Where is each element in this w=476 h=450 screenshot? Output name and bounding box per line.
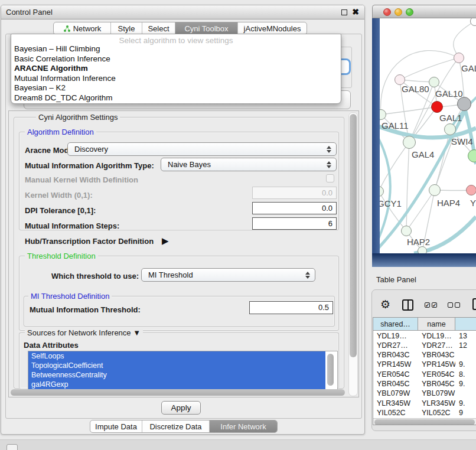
checked-checkbox-icon[interactable]: ✓ <box>425 302 430 308</box>
table-cell[interactable]: 12 <box>455 341 476 350</box>
sources-title: Sources for Network Inference ▼ <box>25 328 143 337</box>
tab-style[interactable]: Style <box>111 22 142 34</box>
popup-item[interactable]: Bayesian – Hill Climbing <box>11 44 341 54</box>
list-item[interactable]: TopologicalCoefficient <box>28 361 325 370</box>
bottom-left-widget-fragment[interactable] <box>6 444 18 450</box>
list-item[interactable]: gal4RGexp <box>28 380 325 389</box>
table-cell[interactable]: YBL079W <box>418 389 455 398</box>
control-panel-titlebar[interactable]: Control Panel ✖ <box>1 5 364 19</box>
table-cell[interactable]: YIL052C <box>373 408 418 418</box>
tab-network[interactable]: Network <box>54 22 111 34</box>
table-cell[interactable]: YLR345W <box>373 399 418 408</box>
network-window-frame <box>372 18 380 267</box>
popup-item[interactable]: Dream8 DC_TDC Algorithm <box>11 93 341 103</box>
node-GAL10[interactable] <box>429 77 439 87</box>
table-cell[interactable]: YBL079W <box>373 389 418 398</box>
manual-kernel-checkbox[interactable] <box>326 174 334 182</box>
tab-label: Network <box>73 24 102 33</box>
table-cell[interactable]: 8. <box>455 370 476 379</box>
node-GAL1[interactable] <box>431 101 443 113</box>
table-cell[interactable]: 13 <box>455 331 476 341</box>
table-cell[interactable]: YDR27… <box>418 341 455 350</box>
table-cell[interactable]: 9 <box>455 408 476 418</box>
gear-icon[interactable]: ⚙ <box>380 298 390 311</box>
node-SWI4[interactable] <box>444 123 456 135</box>
tab-cyni-toolbox[interactable]: Cyni Toolbox <box>175 22 238 34</box>
which-threshold-value: MI Threshold <box>148 270 193 279</box>
node-HAP2[interactable] <box>401 226 412 236</box>
mi-threshold-label: Mutual Information Threshold: <box>30 305 141 314</box>
float-window-icon[interactable] <box>341 9 347 15</box>
node-GAL4[interactable] <box>403 136 416 149</box>
window-title: Control Panel <box>6 8 53 17</box>
settings-hscrollbar-thumb[interactable] <box>11 389 345 396</box>
table-cell[interactable]: 9. <box>455 360 476 369</box>
expand-arrow-icon[interactable]: ▶ <box>162 236 169 246</box>
column-pair-icon[interactable] <box>402 299 413 311</box>
tab-infer-network[interactable]: Infer Network <box>210 420 277 432</box>
collapse-arrow-icon[interactable]: ▼ <box>133 328 141 337</box>
table-cell[interactable]: YBR043C <box>418 350 455 360</box>
checked-checkbox-icon[interactable]: ✓ <box>432 302 437 308</box>
table-cell[interactable]: YPR145W <box>418 360 455 369</box>
close-traffic-light[interactable] <box>383 8 391 16</box>
popup-item[interactable]: Mutual Information Inference <box>11 74 341 84</box>
column-header-shared…[interactable]: shared… <box>373 318 418 331</box>
table-cell[interactable]: YPR145W <box>373 360 418 369</box>
mi-threshold-field[interactable]: 0.5 <box>249 301 333 314</box>
dpi-tolerance-field[interactable]: 0.0 <box>252 202 337 214</box>
list-item[interactable]: SelfLoops <box>28 351 325 361</box>
apply-button[interactable]: Apply <box>161 401 201 415</box>
table-hscrollbar-thumb[interactable] <box>374 419 475 425</box>
tab-discretize-data[interactable]: Discretize Data <box>142 420 210 432</box>
table-cell[interactable]: YER054C <box>373 370 418 379</box>
table-cell[interactable]: 9. <box>455 399 476 408</box>
settings-vscrollbar-thumb[interactable] <box>350 114 357 357</box>
table-cell[interactable]: YIL052C <box>418 408 455 418</box>
list-item[interactable]: BetweennessCentrality <box>28 370 325 380</box>
tab-impute-data[interactable]: Impute Data <box>90 420 142 432</box>
column-header-cut[interactable] <box>455 318 476 331</box>
close-icon[interactable]: ✖ <box>352 7 359 17</box>
partial-icon[interactable] <box>472 298 476 310</box>
which-threshold-combo[interactable]: MI Threshold <box>141 268 315 282</box>
table-cell[interactable]: YDL19… <box>418 331 455 341</box>
unchecked-checkbox-icon[interactable] <box>448 302 453 308</box>
table-cell[interactable]: YDL19… <box>373 331 418 341</box>
table-cell[interactable]: 9. <box>455 379 476 389</box>
list-scrollbar-thumb[interactable] <box>327 354 334 386</box>
main-tabs: NetworkStyleSelectCyni ToolboxjActiveMNo… <box>53 22 307 35</box>
node-bottom-cut[interactable] <box>418 246 427 253</box>
mi-steps-label: Mutual Information Steps: <box>25 221 119 230</box>
node-gal-cut[interactable] <box>454 53 464 63</box>
table-cell[interactable]: YBR043C <box>373 350 418 360</box>
unchecked-checkbox-icon[interactable] <box>455 302 460 308</box>
which-threshold-label: Which threshold to use: <box>51 272 139 281</box>
tab-jactivemnodules[interactable]: jActiveMNodules <box>238 22 307 34</box>
popup-item[interactable]: ARACNE Algorithm <box>11 64 341 74</box>
aracne-mode-combo[interactable]: Discovery <box>67 142 337 156</box>
column-header-name[interactable]: name <box>418 318 455 331</box>
node-HAP4[interactable] <box>429 184 441 196</box>
node-gray[interactable] <box>457 97 471 111</box>
network-canvas[interactable]: GALGAL80GAL10GAL1GAL11SWI4GAL4GCY1HAP4YH… <box>380 18 476 253</box>
table-cell[interactable]: YBR045C <box>373 379 418 389</box>
minimize-traffic-light[interactable] <box>395 8 402 16</box>
table-hscrollbar[interactable] <box>373 418 476 425</box>
node-pink-Y[interactable] <box>466 185 476 195</box>
mi-type-combo[interactable]: Naive Bayes <box>161 158 337 171</box>
mi-steps-field[interactable]: 6 <box>252 217 337 230</box>
table-cell[interactable] <box>455 389 476 398</box>
data-attributes-list[interactable]: SelfLoopsTopologicalCoefficientBetweenne… <box>28 351 338 393</box>
tab-select[interactable]: Select <box>142 22 175 34</box>
table-cell[interactable]: YER054C <box>418 370 455 379</box>
kernel-width-field[interactable]: 0.0 <box>252 187 337 199</box>
popup-item[interactable]: Bayesian – K2 <box>11 83 341 93</box>
popup-item[interactable]: Basic Correlation Inference <box>11 54 341 64</box>
network-window-titlebar[interactable] <box>372 5 476 18</box>
table-cell[interactable]: YLR345W <box>418 399 455 408</box>
table-cell[interactable] <box>455 350 476 360</box>
table-cell[interactable]: YBR045C <box>418 379 455 389</box>
zoom-traffic-light[interactable] <box>406 8 413 16</box>
table-cell[interactable]: YDR27… <box>373 341 418 350</box>
